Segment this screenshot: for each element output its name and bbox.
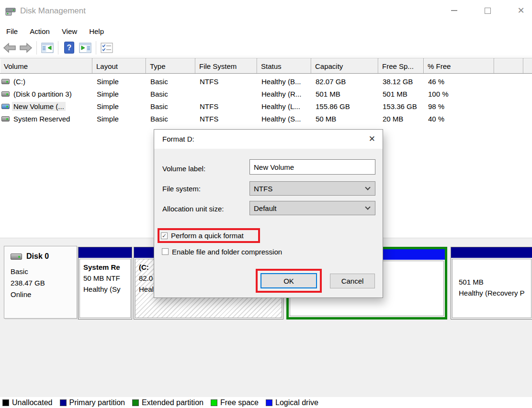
disk-status: Online [11, 290, 31, 298]
volume-row-partition3[interactable]: (Disk 0 partition 3) Simple Basic Health… [0, 88, 532, 100]
toolbar-separator [58, 41, 58, 55]
volume-row-system-reserved[interactable]: System Reserved Simple Basic NTFS Health… [0, 112, 532, 125]
quick-format-label: Perform a quick format [171, 232, 244, 240]
drive-icon [1, 116, 10, 121]
dialog-title: Format D: [162, 135, 194, 143]
drive-icon [1, 91, 10, 97]
drive-icon-selected [1, 104, 10, 109]
compression-checkbox[interactable] [162, 248, 169, 255]
unallocated-swatch [2, 399, 9, 406]
menu-bar: File Action View Help [0, 23, 532, 39]
compression-row: Enable file and folder compression [162, 247, 282, 256]
show-console-tree-icon [41, 43, 54, 53]
show-action-pane-button[interactable] [78, 41, 93, 55]
back-icon [2, 42, 17, 54]
column-header-layout[interactable]: Layout [92, 58, 146, 73]
partition-recovery[interactable]: 501 MB Healthy (Recovery P [451, 247, 532, 320]
dialog-title-bar: Format D: ✕ [154, 130, 383, 149]
show-console-tree-button[interactable] [40, 41, 55, 55]
title-bar: Disk Management ✕ [0, 0, 532, 23]
volume-list: Volume Layout Type File System Status Ca… [0, 58, 532, 125]
toolbar: ? [0, 39, 532, 56]
column-header-file-system[interactable]: File System [195, 58, 257, 73]
disk0-info-card[interactable]: Disk 0 Basic 238.47 GB Online [4, 246, 77, 319]
toolbar-separator [36, 41, 37, 55]
menu-help[interactable]: Help [84, 25, 111, 38]
column-header-pct-free[interactable]: % Free [424, 58, 494, 73]
menu-file[interactable]: File [1, 25, 24, 38]
checklist-icon [101, 43, 113, 53]
toolbar-separator [96, 41, 96, 55]
menu-action[interactable]: Action [24, 25, 57, 38]
help-icon: ? [64, 42, 74, 54]
minimize-button[interactable] [442, 0, 466, 21]
checklist-button[interactable] [99, 41, 114, 55]
volume-rows: (C:) Simple Basic NTFS Healthy (B... 82.… [0, 75, 532, 125]
volume-row-new-volume[interactable]: New Volume (... Simple Basic NTFS Health… [0, 100, 532, 112]
close-icon: ✕ [517, 6, 524, 15]
cancel-button[interactable]: Cancel [330, 274, 375, 288]
extended-partition-swatch [132, 399, 139, 406]
column-header-capacity[interactable]: Capacity [311, 58, 378, 73]
allocation-unit-select[interactable]: Default [249, 201, 375, 215]
disk-management-window: Disk Management ✕ File Action View Help [0, 0, 532, 408]
volume-row-c[interactable]: (C:) Simple Basic NTFS Healthy (B... 82.… [0, 75, 532, 88]
show-action-pane-icon [79, 43, 91, 53]
dialog-close-icon[interactable]: ✕ [369, 134, 375, 144]
legend-primary-partition: Primary partition [60, 398, 125, 407]
minimize-icon [451, 10, 457, 11]
free-space-swatch [211, 399, 217, 406]
primary-partition-color-bar [79, 247, 132, 258]
primary-partition-swatch [60, 399, 67, 406]
compression-label: Enable file and folder compression [172, 248, 282, 256]
legend-free-space: Free space [211, 398, 259, 407]
legend-extended-partition: Extended partition [132, 398, 204, 407]
format-dialog: Format D: ✕ Volume label: New Volume Fil… [154, 129, 383, 298]
file-system-label: File system: [162, 185, 201, 193]
ok-button[interactable]: OK [260, 273, 317, 288]
forward-icon [19, 42, 33, 54]
volume-label-label: Volume label: [162, 165, 205, 173]
column-header-volume[interactable]: Volume [0, 58, 92, 73]
column-header-status[interactable]: Status [257, 58, 311, 73]
annotation-box-quick-format: ✓ Perform a quick format [158, 228, 260, 243]
legend-bar: Unallocated Primary partition Extended p… [0, 397, 532, 408]
back-button[interactable] [2, 41, 17, 55]
primary-partition-color-bar [451, 247, 532, 258]
help-button[interactable]: ? [61, 41, 77, 55]
disk-size: 238.47 GB [11, 279, 45, 287]
volume-label-input[interactable]: New Volume [249, 159, 375, 175]
volume-list-header: Volume Layout Type File System Status Ca… [0, 58, 532, 74]
svg-text:?: ? [67, 44, 71, 52]
window-title: Disk Management [20, 6, 86, 16]
column-header-type[interactable]: Type [146, 58, 195, 73]
column-header-empty [523, 58, 532, 73]
file-system-select[interactable]: NTFS [249, 181, 375, 196]
logical-drive-swatch [266, 399, 272, 406]
forward-button[interactable] [18, 41, 34, 55]
disk-icon [11, 254, 22, 260]
quick-format-checkbox[interactable]: ✓ [161, 232, 168, 239]
menu-view[interactable]: View [57, 25, 84, 38]
column-header-empty [494, 58, 523, 73]
app-icon [5, 6, 16, 17]
legend-logical-drive: Logical drive [266, 398, 318, 407]
close-button[interactable]: ✕ [509, 0, 532, 21]
drive-icon [1, 79, 10, 84]
maximize-icon [485, 8, 491, 14]
annotation-box-ok: OK [256, 269, 322, 293]
disk-type: Basic [11, 267, 28, 276]
partition-system-reserved[interactable]: System Re 50 MB NTF Healthy (Sy [78, 247, 132, 320]
allocation-unit-label: Allocation unit size: [162, 205, 224, 213]
legend-unallocated: Unallocated [2, 398, 53, 407]
disk-name: Disk 0 [26, 252, 49, 261]
column-header-free-space[interactable]: Free Sp... [378, 58, 424, 73]
chevron-down-icon [365, 185, 370, 190]
chevron-down-icon [365, 204, 370, 210]
maximize-button[interactable] [475, 0, 499, 21]
